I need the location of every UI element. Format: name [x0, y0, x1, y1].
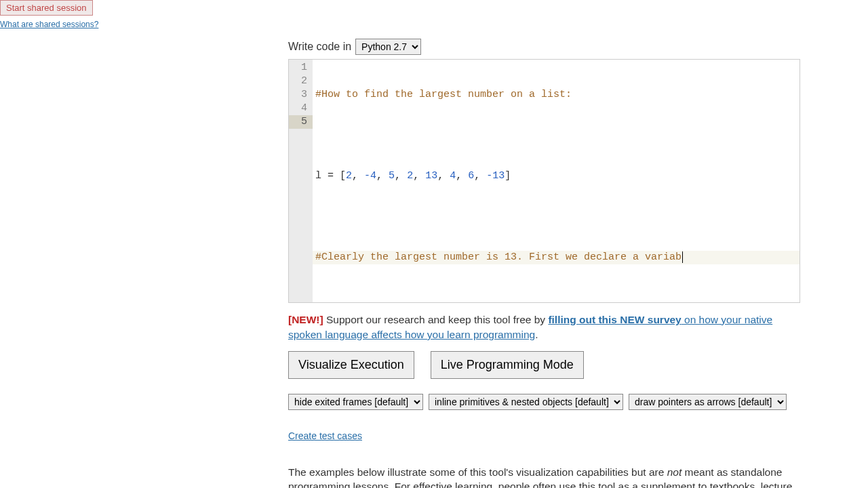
write-code-label: Write code in [288, 41, 351, 53]
code-line-5: #Clearly the largest number is 13. First… [313, 251, 800, 264]
frames-option-select[interactable]: hide exited frames [default] [288, 394, 423, 410]
pointers-option-select[interactable]: draw pointers as arrows [default] [629, 394, 787, 410]
live-programming-button[interactable]: Live Programming Mode [431, 351, 584, 379]
code-line-4 [315, 210, 797, 224]
text-cursor [682, 251, 683, 263]
survey-message: [NEW!] Support our research and keep thi… [288, 312, 800, 342]
language-select[interactable]: Python 2.7 [355, 39, 421, 55]
visualize-execution-button[interactable]: Visualize Execution [288, 351, 414, 379]
code-line-1: #How to find the largest number on a lis… [315, 89, 572, 100]
code-line-2 [315, 129, 797, 142]
survey-link[interactable]: filling out this NEW survey [548, 314, 681, 325]
new-badge: [NEW!] [288, 314, 323, 325]
code-line-3: l = [2, -4, 5, 2, 13, 4, 6, -13] [315, 169, 797, 183]
start-shared-session-button[interactable]: Start shared session [0, 0, 93, 16]
primitives-option-select[interactable]: inline primitives & nested objects [defa… [429, 394, 623, 410]
create-test-cases-link[interactable]: Create test cases [288, 430, 362, 441]
examples-note: The examples below illustrate some of th… [288, 466, 800, 488]
code-editor[interactable]: 12345 #How to find the largest number on… [288, 59, 800, 303]
line-number-gutter: 12345 [289, 60, 313, 302]
code-area[interactable]: #How to find the largest number on a lis… [313, 60, 800, 302]
shared-sessions-link[interactable]: What are shared sessions? [0, 20, 98, 29]
